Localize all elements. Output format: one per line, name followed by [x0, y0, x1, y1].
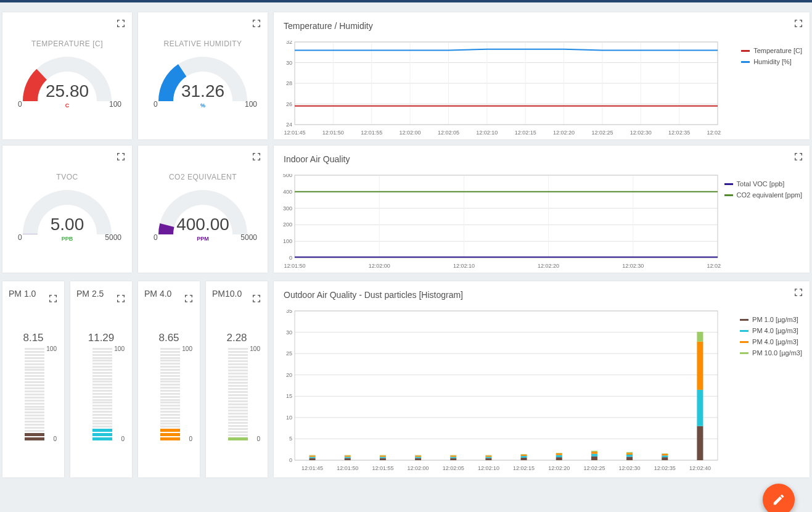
svg-rect-91: [310, 455, 316, 456]
gauge-value: 25.80: [12, 81, 123, 101]
chart-title: Temperature / Humidity: [274, 12, 810, 35]
card-iaq-chart: Indoor Air Quality 010020030040050012:01…: [274, 146, 810, 273]
svg-text:12:01:55: 12:01:55: [372, 465, 393, 471]
gauge-temperature: 25.80 C 0 100: [12, 52, 123, 107]
expand-icon[interactable]: [252, 19, 261, 28]
svg-text:30: 30: [286, 60, 292, 66]
gauge-value: 31.26: [147, 81, 258, 101]
bar-max: 100: [114, 345, 125, 352]
svg-text:15: 15: [286, 393, 292, 399]
legend-item[interactable]: Humidity [%]: [741, 58, 802, 65]
gauge-title: CO2 EQUIVALENT: [138, 173, 268, 181]
gauge-min: 0: [154, 233, 158, 242]
expand-icon[interactable]: [794, 19, 803, 28]
legend-item[interactable]: PM 1.0 [µg/m3]: [740, 316, 802, 323]
svg-text:12:02:20: 12:02:20: [538, 263, 559, 269]
card-co2: CO2 EQUIVALENT 400.00 PPM 0 5000: [138, 146, 268, 273]
bar-value: 8.65: [138, 332, 200, 344]
svg-rect-112: [485, 455, 491, 456]
svg-text:12:02:20: 12:02:20: [553, 130, 575, 136]
svg-rect-135: [697, 342, 703, 390]
legend-item[interactable]: Temperature [C]: [741, 47, 802, 54]
legend-item[interactable]: PM 4.0 [µg/m3]: [740, 338, 802, 345]
gauge-title: TVOC: [2, 173, 132, 181]
svg-text:300: 300: [283, 205, 292, 212]
chart-legend: PM 1.0 [µg/m3]PM 4.0 [µg/m3]PM 4.0 [µg/m…: [740, 316, 802, 360]
svg-text:12:01:50: 12:01:50: [284, 263, 305, 269]
expand-icon[interactable]: [48, 294, 58, 303]
svg-rect-97: [380, 458, 386, 460]
bar-value: 8.15: [2, 332, 64, 344]
expand-icon[interactable]: [794, 152, 803, 162]
bar-min: 0: [256, 436, 260, 442]
svg-text:35: 35: [286, 310, 292, 314]
expand-icon[interactable]: [794, 287, 803, 297]
svg-text:12:02:00: 12:02:00: [400, 130, 421, 136]
bar-min: 0: [189, 436, 192, 442]
svg-rect-116: [521, 454, 527, 455]
expand-icon[interactable]: [184, 294, 194, 303]
gauge-max: 5000: [240, 233, 257, 242]
legend-item[interactable]: CO2 equivalent [ppm]: [724, 191, 802, 199]
svg-text:24: 24: [286, 122, 292, 128]
svg-rect-105: [450, 458, 456, 460]
card-pm1: PM 1.0 8.15 100 0: [2, 281, 64, 477]
svg-rect-90: [310, 456, 316, 458]
legend-item[interactable]: PM 10.0 [µg/m3]: [740, 349, 802, 357]
gauge-unit: %: [147, 102, 258, 109]
svg-rect-92: [310, 455, 316, 456]
expand-icon[interactable]: [116, 19, 126, 28]
card-tvoc: TVOC 5.00 PPB 0 5000: [2, 146, 132, 273]
svg-text:30: 30: [286, 329, 292, 336]
svg-rect-108: [450, 455, 456, 456]
svg-text:32: 32: [286, 41, 292, 45]
svg-rect-113: [521, 458, 527, 460]
gauge-min: 0: [154, 100, 158, 109]
legend-label: CO2 equivalent [ppm]: [737, 191, 802, 199]
legend-item[interactable]: Total VOC [ppb]: [724, 180, 802, 188]
expand-icon[interactable]: [252, 152, 261, 162]
svg-rect-59: [295, 175, 718, 258]
chart-title: Indoor Air Quality: [274, 146, 810, 168]
bar-track: [228, 348, 248, 440]
svg-rect-99: [380, 455, 386, 456]
card-pm4: PM 4.0 8.65 100 0: [138, 281, 200, 477]
chart-iaq: 010020030040050012:01:5012:02:0012:02:10…: [277, 174, 721, 270]
svg-text:26: 26: [286, 101, 292, 107]
chart-oaq: 0510152025303512:01:4512:01:5012:01:5512…: [277, 310, 721, 473]
expand-icon[interactable]: [252, 294, 261, 303]
fab-edit-button[interactable]: [763, 484, 795, 512]
svg-text:100: 100: [283, 238, 292, 244]
expand-icon[interactable]: [116, 294, 126, 303]
legend-item[interactable]: PM 4.0 [µg/m3]: [740, 327, 802, 334]
chart-legend: Temperature [C]Humidity [%]: [741, 47, 802, 69]
svg-rect-130: [662, 455, 668, 457]
svg-text:12:02:15: 12:02:15: [513, 465, 535, 471]
legend-label: PM 4.0 [µg/m3]: [752, 327, 798, 334]
svg-rect-109: [485, 458, 491, 460]
gauge-value: 5.00: [12, 215, 123, 234]
card-pm25: PM 2.5 11.29 100 0: [70, 281, 132, 477]
svg-text:12:02:30: 12:02:30: [619, 465, 641, 471]
svg-rect-107: [450, 455, 456, 456]
svg-rect-88: [295, 311, 718, 460]
svg-rect-129: [662, 457, 668, 460]
bar-value: 2.28: [206, 332, 268, 344]
legend-label: Total VOC [ppb]: [737, 180, 785, 188]
svg-text:12:02:25: 12:02:25: [591, 130, 613, 136]
svg-text:12:02:10: 12:02:10: [453, 263, 475, 269]
svg-text:12:02:00: 12:02:00: [369, 263, 390, 269]
svg-text:28: 28: [286, 80, 292, 86]
pencil-icon: [772, 493, 785, 506]
gauge-unit: C: [12, 102, 123, 109]
expand-icon[interactable]: [116, 152, 126, 162]
svg-rect-101: [415, 458, 421, 460]
svg-rect-103: [415, 455, 421, 456]
bar-max: 100: [250, 345, 260, 352]
gauge-title: RELATIVE HUMIDITY: [138, 39, 268, 48]
svg-text:12:02:35: 12:02:35: [654, 465, 676, 471]
bar-min: 0: [121, 436, 125, 442]
svg-text:20: 20: [286, 372, 292, 378]
svg-rect-120: [556, 453, 562, 453]
svg-text:10: 10: [286, 415, 292, 421]
